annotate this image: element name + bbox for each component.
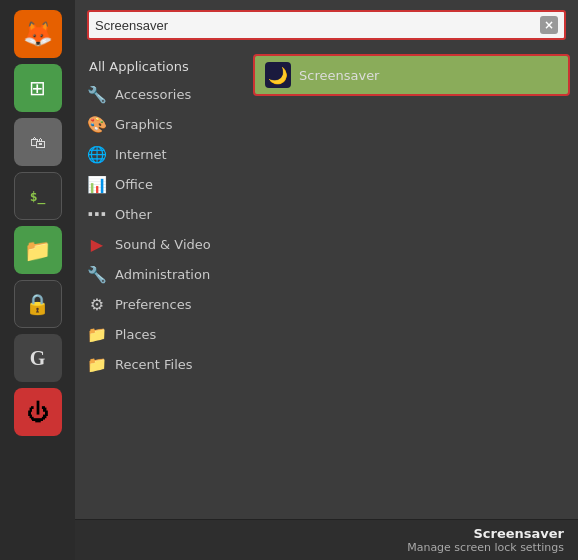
category-list: All Applications 🔧 Accessories 🎨 Graphic… bbox=[75, 50, 245, 515]
category-graphics[interactable]: 🎨 Graphics bbox=[75, 109, 245, 139]
sidebar: 🦊 ⊞ 🛍 $_ 📁 🔒 G ⏻ bbox=[0, 0, 75, 560]
search-input[interactable] bbox=[95, 18, 536, 33]
preferences-label: Preferences bbox=[115, 297, 191, 312]
usc-icon[interactable]: 🛍 bbox=[14, 118, 62, 166]
category-places[interactable]: 📁 Places bbox=[75, 319, 245, 349]
preferences-icon: ⚙ bbox=[87, 294, 107, 314]
status-description: Manage screen lock settings bbox=[89, 541, 564, 554]
search-area: × bbox=[75, 0, 578, 46]
screensaver-app-icon: 🌙 bbox=[265, 62, 291, 88]
search-clear-button[interactable]: × bbox=[540, 16, 558, 34]
firefox-icon[interactable]: 🦊 bbox=[14, 10, 62, 58]
office-icon: 📊 bbox=[87, 174, 107, 194]
app-results: 🌙 Screensaver bbox=[245, 50, 578, 515]
sound-video-icon: ▶ bbox=[87, 234, 107, 254]
update-icon[interactable]: G bbox=[14, 334, 62, 382]
internet-icon: 🌐 bbox=[87, 144, 107, 164]
places-label: Places bbox=[115, 327, 156, 342]
content-area: All Applications 🔧 Accessories 🎨 Graphic… bbox=[75, 46, 578, 519]
category-administration[interactable]: 🔧 Administration bbox=[75, 259, 245, 289]
office-label: Office bbox=[115, 177, 153, 192]
recent-files-icon: 📁 bbox=[87, 354, 107, 374]
category-office[interactable]: 📊 Office bbox=[75, 169, 245, 199]
files-icon[interactable]: 📁 bbox=[14, 226, 62, 274]
terminal-icon[interactable]: $_ bbox=[14, 172, 62, 220]
places-icon: 📁 bbox=[87, 324, 107, 344]
internet-label: Internet bbox=[115, 147, 167, 162]
category-preferences[interactable]: ⚙ Preferences bbox=[75, 289, 245, 319]
category-other[interactable]: ⋯ Other bbox=[75, 199, 245, 229]
status-bar: Screensaver Manage screen lock settings bbox=[75, 519, 578, 560]
power-icon[interactable]: ⏻ bbox=[14, 388, 62, 436]
screensaver-app-item[interactable]: 🌙 Screensaver bbox=[253, 54, 570, 96]
category-recent-files[interactable]: 📁 Recent Files bbox=[75, 349, 245, 379]
other-label: Other bbox=[115, 207, 152, 222]
search-box: × bbox=[87, 10, 566, 40]
all-applications-label: All Applications bbox=[89, 59, 189, 74]
graphics-label: Graphics bbox=[115, 117, 172, 132]
lock-icon[interactable]: 🔒 bbox=[14, 280, 62, 328]
main-panel: × All Applications 🔧 Accessories 🎨 Graph… bbox=[75, 0, 578, 560]
category-internet[interactable]: 🌐 Internet bbox=[75, 139, 245, 169]
apps-icon[interactable]: ⊞ bbox=[14, 64, 62, 112]
graphics-icon: 🎨 bbox=[87, 114, 107, 134]
administration-label: Administration bbox=[115, 267, 210, 282]
accessories-label: Accessories bbox=[115, 87, 191, 102]
administration-icon: 🔧 bbox=[87, 264, 107, 284]
screensaver-app-label: Screensaver bbox=[299, 68, 379, 83]
category-accessories[interactable]: 🔧 Accessories bbox=[75, 79, 245, 109]
accessories-icon: 🔧 bbox=[87, 84, 107, 104]
sound-video-label: Sound & Video bbox=[115, 237, 211, 252]
status-title: Screensaver bbox=[89, 526, 564, 541]
other-icon: ⋯ bbox=[87, 204, 107, 224]
category-sound-video[interactable]: ▶ Sound & Video bbox=[75, 229, 245, 259]
recent-files-label: Recent Files bbox=[115, 357, 193, 372]
category-all-applications[interactable]: All Applications bbox=[75, 54, 245, 79]
